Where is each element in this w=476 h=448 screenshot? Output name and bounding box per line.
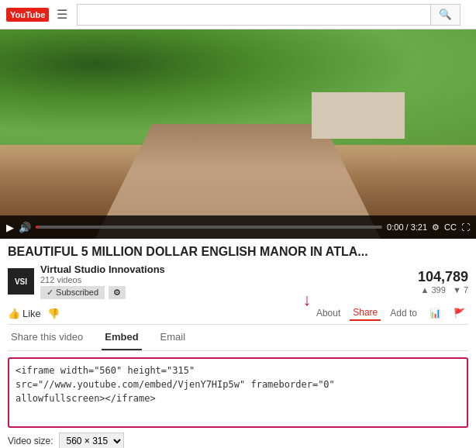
video-title: BEAUTIFUL 5 MILLION DOLLAR ENGLISH MANOR… (8, 245, 468, 259)
video-controls: ▶ 🔊 0:00 / 3:21 ⚙ CC ⛶ (0, 215, 476, 239)
channel-videos: 212 videos (40, 275, 165, 284)
progress-filled (36, 226, 39, 229)
like-dislike-row: ▲ 399 ▼ 7 (418, 285, 468, 295)
captions-icon[interactable]: CC (444, 222, 457, 232)
search-bar: 🔍 (77, 4, 460, 26)
youtube-logo-icon: YouTube (6, 8, 49, 22)
view-count: 104,789 ▲ 399 ▼ 7 (418, 269, 468, 295)
add-to-button[interactable]: Add to (387, 306, 420, 320)
about-button[interactable]: About (313, 306, 343, 320)
search-input[interactable] (77, 4, 430, 26)
video-size-row: Video size: 560 × 315 (8, 432, 468, 448)
tab-email[interactable]: Email (157, 325, 189, 350)
flag-button[interactable]: 🚩 (450, 306, 468, 320)
channel-name[interactable]: Virtual Studio Innovations (40, 264, 165, 275)
embed-code-textarea[interactable] (16, 364, 460, 419)
likes-count: ▲ 399 (420, 285, 445, 295)
search-icon: 🔍 (439, 9, 452, 20)
time-display: 0:00 / 3:21 (387, 222, 427, 232)
settings-icon[interactable]: ⚙ (432, 222, 440, 233)
sub-btn-row: ✓ Subscribed ⚙ (40, 286, 165, 299)
channel-row: VSI Virtual Studio Innovations 212 video… (8, 264, 468, 299)
dislike-button[interactable]: 👎 (47, 308, 60, 319)
video-house (312, 92, 405, 139)
embed-section: Video size: 560 × 315 (8, 351, 468, 448)
thumbs-up-icon: 👍 (8, 308, 20, 319)
thumbs-down-icon: 👎 (47, 308, 60, 319)
channel-left: VSI Virtual Studio Innovations 212 video… (8, 264, 165, 299)
volume-button[interactable]: 🔊 (19, 222, 31, 233)
share-tabs: Share this video Embed Email (8, 325, 468, 351)
action-row: 👍 Like 👎 ↓ About Share Add to 📊 🚩 (8, 302, 468, 325)
video-info: BEAUTIFUL 5 MILLION DOLLAR ENGLISH MANOR… (8, 239, 468, 302)
tab-share-video[interactable]: Share this video (8, 325, 86, 350)
bar-chart-icon: 📊 (429, 308, 441, 319)
video-background (0, 29, 476, 239)
flag-icon: 🚩 (454, 308, 465, 319)
content-area: ▶ 🔊 0:00 / 3:21 ⚙ CC ⛶ BEAUTIFUL 5 MILLI… (0, 29, 476, 448)
view-number: 104,789 (418, 269, 468, 285)
progress-bar[interactable] (36, 226, 382, 229)
video-player: ▶ 🔊 0:00 / 3:21 ⚙ CC ⛶ (0, 29, 476, 239)
fullscreen-icon[interactable]: ⛶ (461, 222, 470, 232)
header: YouTube ☰ 🔍 (0, 0, 476, 29)
right-controls: ⚙ CC ⛶ (432, 222, 470, 233)
embed-code-box[interactable] (8, 357, 468, 428)
video-size-select[interactable]: 560 × 315 (59, 432, 124, 448)
video-size-label: Video size: (8, 436, 53, 446)
channel-avatar: VSI (8, 268, 34, 295)
play-button[interactable]: ▶ (6, 222, 14, 233)
share-arrow-indicator: ↓ (302, 291, 311, 308)
menu-icon[interactable]: ☰ (57, 7, 67, 22)
tab-embed[interactable]: Embed (102, 325, 141, 350)
share-button[interactable]: Share (350, 305, 381, 321)
dislikes-count: ▼ 7 (453, 285, 468, 295)
channel-settings-button[interactable]: ⚙ (109, 286, 126, 299)
like-button[interactable]: 👍 Like (8, 308, 41, 319)
subscribe-button[interactable]: ✓ Subscribed (40, 286, 105, 299)
more-button[interactable]: 📊 (426, 306, 444, 320)
search-button[interactable]: 🔍 (430, 4, 460, 26)
channel-meta: Virtual Studio Innovations 212 videos ✓ … (40, 264, 165, 299)
youtube-logo: YouTube (6, 8, 49, 22)
